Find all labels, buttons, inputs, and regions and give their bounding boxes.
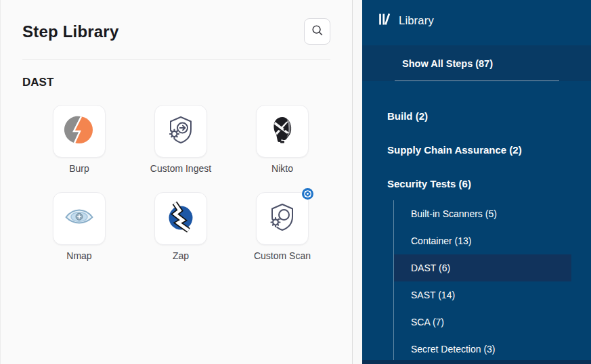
page-title: Step Library: [22, 22, 118, 41]
nav-item-built-in-scanners[interactable]: Built-in Scanners (5): [394, 200, 571, 227]
nmap-eye-logo-icon: [63, 201, 95, 236]
step-library-drawer: Step Library DAST: [0, 0, 353, 364]
section-header-dast: DAST: [22, 76, 352, 89]
sidebar-bottom-strip: [362, 360, 591, 364]
nav-item-build[interactable]: Build (2): [362, 99, 591, 133]
nav-item-sast[interactable]: SAST (14): [394, 281, 571, 309]
step-label: Custom Ingest: [150, 163, 211, 174]
nav-item-supply-chain-assurance[interactable]: Supply Chain Assurance (2): [362, 133, 591, 166]
panel-gap: [353, 0, 362, 364]
step-card-zap[interactable]: Zap: [130, 192, 232, 261]
zap-lightning-logo-icon: [165, 201, 197, 236]
step-card-custom-ingest[interactable]: Custom Ingest: [130, 105, 232, 174]
nav-item-security-tests[interactable]: Security Tests (6): [362, 166, 591, 200]
app-window: Step Library DAST: [0, 0, 591, 364]
sidebar-title: Library: [399, 14, 434, 27]
step-label: Zap: [173, 250, 189, 261]
burp-logo-icon: [63, 114, 95, 149]
search-icon: [311, 24, 324, 39]
security-tests-subnav: Built-in Scanners (5) Container (13) DAS…: [393, 200, 571, 363]
library-icon: [378, 13, 391, 28]
show-all-steps-label: Show All Steps (87): [402, 58, 493, 69]
nav-item-dast[interactable]: DAST (6): [394, 254, 571, 281]
nikto-mask-logo-icon: [266, 114, 299, 149]
drawer-header: Step Library: [1, 0, 352, 45]
step-card-nikto[interactable]: Nikto: [232, 105, 333, 174]
step-label: Custom Scan: [254, 250, 311, 261]
step-label: Burp: [69, 163, 89, 174]
show-all-steps-button[interactable]: Show All Steps (87): [362, 45, 591, 81]
sidebar-header: Library: [362, 0, 591, 28]
shield-scan-icon: [266, 201, 299, 236]
nav-item-container[interactable]: Container (13): [394, 227, 571, 254]
helm-badge-icon: [302, 188, 313, 200]
step-label: Nikto: [271, 163, 293, 174]
shield-ingest-icon: [165, 114, 197, 149]
search-button[interactable]: [304, 18, 330, 45]
step-grid: Burp Custom In: [28, 105, 352, 261]
step-card-custom-scan[interactable]: Custom Scan: [232, 192, 333, 261]
step-card-nmap[interactable]: Nmap: [28, 192, 130, 261]
library-sidebar: Library Show All Steps (87) Build (2) Su…: [362, 0, 591, 364]
step-label: Nmap: [66, 250, 91, 261]
category-nav: Build (2) Supply Chain Assurance (2) Sec…: [362, 99, 591, 363]
nav-item-sca[interactable]: SCA (7): [394, 309, 571, 336]
header-divider: [22, 59, 330, 60]
step-card-burp[interactable]: Burp: [28, 105, 130, 174]
nav-item-secret-detection[interactable]: Secret Detection (3): [394, 336, 571, 363]
